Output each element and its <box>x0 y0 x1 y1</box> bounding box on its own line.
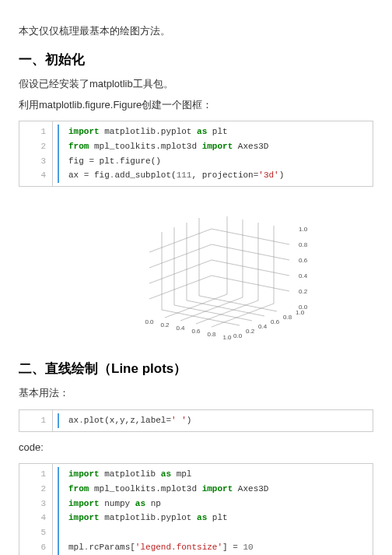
svg-line-6 <box>187 300 264 316</box>
intro-text: 本文仅仅梳理最基本的绘图方法。 <box>19 23 373 40</box>
svg-text:0.8: 0.8 <box>299 241 308 248</box>
svg-text:0.6: 0.6 <box>271 318 280 325</box>
svg-text:0.6: 0.6 <box>299 257 308 264</box>
svg-text:1.0: 1.0 <box>222 334 232 341</box>
code-block-init: 1234 import matplotlib.pyplot as pltfrom… <box>19 121 373 187</box>
svg-text:1.0: 1.0 <box>299 226 308 233</box>
svg-line-5 <box>174 305 252 321</box>
svg-line-9 <box>149 260 212 283</box>
chart-grid <box>149 213 289 330</box>
svg-text:0.0: 0.0 <box>299 304 308 311</box>
svg-line-17 <box>212 260 289 276</box>
code-block-usage: 1 ax.plot(x,y,z,label=' ') <box>19 409 373 432</box>
code-body: import matplotlib.pyplot as pltfrom mpl_… <box>53 121 373 186</box>
code-body: import matplotlib as mplfrom mpl_toolkit… <box>53 464 373 555</box>
svg-line-4 <box>162 310 240 325</box>
svg-line-18 <box>212 244 289 260</box>
svg-text:0.6: 0.6 <box>191 328 201 335</box>
para-figure: 利用matplotlib.figure.Figure创建一个图框： <box>19 97 373 114</box>
svg-line-8 <box>149 276 212 299</box>
svg-line-10 <box>149 244 212 268</box>
z-ticks: 0.00.20.40.60.81.0 <box>299 226 308 311</box>
chart-svg: 0.00.20.40.60.81.0 0.00.20.40.60.81.0 0.… <box>72 198 320 346</box>
svg-line-11 <box>149 229 212 252</box>
svg-line-7 <box>199 296 277 311</box>
heading-1: 一、初始化 <box>19 51 373 68</box>
svg-text:0.2: 0.2 <box>246 328 255 335</box>
svg-line-19 <box>212 229 289 244</box>
svg-text:0.4: 0.4 <box>176 325 185 332</box>
para-code-label: code: <box>19 440 373 456</box>
para-install: 假设已经安装了matplotlib工具包。 <box>19 76 373 93</box>
code-body: ax.plot(x,y,z,label=' ') <box>53 410 373 431</box>
svg-text:0.4: 0.4 <box>258 323 268 330</box>
svg-text:0.2: 0.2 <box>299 288 308 295</box>
heading-2: 二、直线绘制（Line plots） <box>19 360 373 378</box>
svg-text:0.8: 0.8 <box>207 331 216 338</box>
svg-line-16 <box>212 276 289 291</box>
chart-3d-axes: 0.00.20.40.60.81.0 0.00.20.40.60.81.0 0.… <box>19 198 373 346</box>
code-block-example: 1234567891011121314151617 import matplot… <box>19 463 373 555</box>
x-ticks: 0.00.20.40.60.81.0 <box>145 318 232 341</box>
code-gutter: 1 <box>19 410 53 431</box>
para-usage: 基本用法： <box>19 385 373 402</box>
svg-text:0.8: 0.8 <box>283 314 292 321</box>
code-gutter: 1234 <box>19 121 53 186</box>
code-gutter: 1234567891011121314151617 <box>19 464 53 555</box>
svg-text:0.0: 0.0 <box>145 318 154 325</box>
y-ticks: 0.00.20.40.60.81.0 <box>233 309 305 339</box>
svg-text:0.2: 0.2 <box>160 321 170 328</box>
svg-text:0.0: 0.0 <box>233 332 243 339</box>
svg-text:0.4: 0.4 <box>299 272 308 279</box>
